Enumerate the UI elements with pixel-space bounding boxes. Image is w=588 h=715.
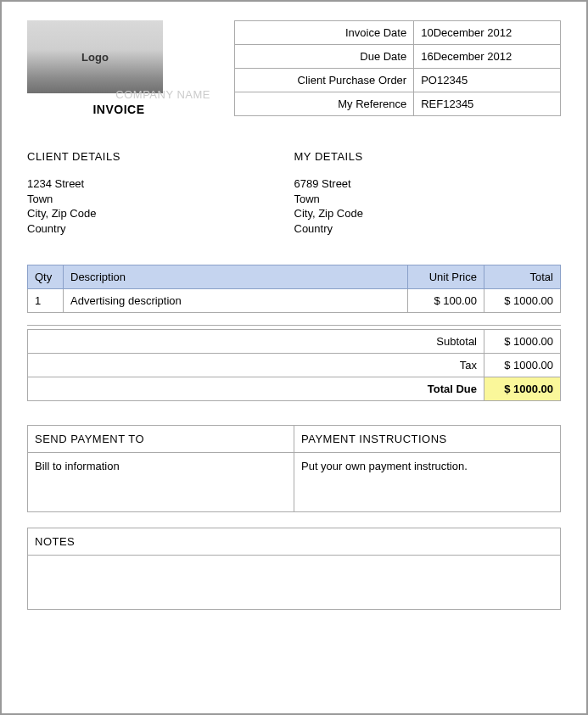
subtotal-value: $ 1000.00 — [484, 330, 561, 354]
total-due-value: $ 1000.00 — [484, 377, 561, 401]
tax-row: Tax $ 1000.00 — [28, 354, 561, 377]
meta-value: 10December 2012 — [414, 21, 561, 45]
subtotal-label: Subtotal — [28, 330, 484, 354]
company-name-label: COMPANY NAME — [27, 88, 210, 101]
notes-body — [28, 556, 561, 610]
invoice-page: Logo COMPANY NAME INVOICE Invoice Date 1… — [0, 0, 588, 715]
my-details: MY DETAILS 6789 Street Town City, Zip Co… — [294, 150, 562, 236]
totals-table: Subtotal $ 1000.00 Tax $ 1000.00 Total D… — [27, 329, 561, 401]
payment-table: SEND PAYMENT TO PAYMENT INSTRUCTIONS Bil… — [27, 425, 561, 512]
client-details: CLIENT DETAILS 1234 Street Town City, Zi… — [27, 150, 294, 236]
meta-value: PO12345 — [414, 69, 561, 92]
divider — [27, 325, 561, 326]
notes-table: NOTES — [27, 528, 561, 610]
subtotal-row: Subtotal $ 1000.00 — [28, 330, 561, 354]
my-country: Country — [294, 221, 562, 237]
invoice-meta-table: Invoice Date 10December 2012 Due Date 16… — [234, 20, 561, 116]
meta-label: Client Purchase Order — [235, 69, 414, 92]
invoice-title: INVOICE — [27, 103, 210, 116]
my-details-heading: MY DETAILS — [294, 150, 562, 163]
header-row: Logo COMPANY NAME INVOICE Invoice Date 1… — [27, 20, 561, 116]
tax-value: $ 1000.00 — [484, 354, 561, 377]
meta-value: 16December 2012 — [414, 45, 561, 69]
my-street: 6789 Street — [294, 176, 562, 192]
col-header-unit: Unit Price — [408, 265, 484, 289]
logo-block: Logo COMPANY NAME INVOICE — [27, 20, 210, 116]
total-due-row: Total Due $ 1000.00 — [28, 377, 561, 401]
meta-label: Invoice Date — [235, 21, 414, 45]
my-city: City, Zip Code — [294, 206, 562, 221]
tax-label: Tax — [28, 354, 484, 377]
client-city: City, Zip Code — [27, 206, 294, 221]
details-row: CLIENT DETAILS 1234 Street Town City, Zi… — [27, 150, 561, 236]
meta-row-cpo: Client Purchase Order PO12345 — [235, 69, 561, 92]
send-payment-heading: SEND PAYMENT TO — [28, 426, 294, 453]
payment-instructions-body: Put your own payment instruction. — [294, 453, 561, 512]
item-qty: 1 — [28, 289, 64, 313]
meta-label: Due Date — [235, 45, 414, 69]
meta-row-invoice-date: Invoice Date 10December 2012 — [235, 21, 561, 45]
client-street: 1234 Street — [27, 176, 294, 192]
meta-value: REF12345 — [414, 92, 561, 116]
client-town: Town — [27, 192, 294, 207]
meta-row-ref: My Reference REF12345 — [235, 92, 561, 116]
client-country: Country — [27, 221, 294, 237]
logo-placeholder: Logo — [27, 20, 163, 93]
item-unit-price: $ 100.00 — [408, 289, 484, 313]
my-town: Town — [294, 192, 562, 207]
client-details-heading: CLIENT DETAILS — [27, 150, 294, 163]
notes-heading: NOTES — [28, 528, 561, 556]
col-header-qty: Qty — [28, 265, 64, 289]
col-header-desc: Description — [64, 265, 408, 289]
line-item-row: 1 Advertising description $ 100.00 $ 100… — [28, 289, 561, 313]
payment-instructions-heading: PAYMENT INSTRUCTIONS — [294, 426, 561, 453]
meta-label: My Reference — [235, 92, 414, 116]
send-payment-body: Bill to information — [28, 453, 294, 512]
total-due-label: Total Due — [28, 377, 484, 401]
line-items-table: Qty Description Unit Price Total 1 Adver… — [27, 265, 561, 313]
items-header-row: Qty Description Unit Price Total — [28, 265, 561, 289]
item-total: $ 1000.00 — [484, 289, 561, 313]
col-header-total: Total — [484, 265, 561, 289]
meta-row-due-date: Due Date 16December 2012 — [235, 45, 561, 69]
item-desc: Advertising description — [64, 289, 408, 313]
logo-text: Logo — [81, 51, 109, 64]
